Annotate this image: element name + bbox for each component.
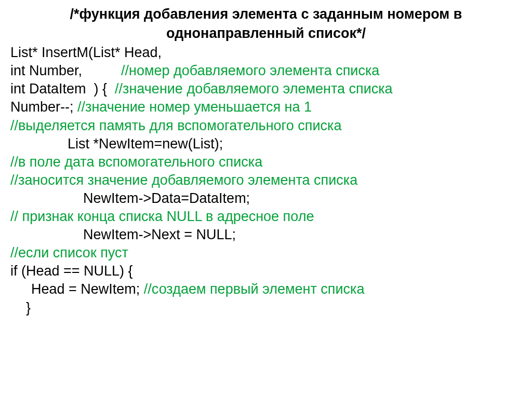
code-line-4: Number--; //значение номер уменьшается н… xyxy=(10,98,522,116)
comment-text: //создаем первый элемент списка xyxy=(144,281,365,297)
comment-line-8: //заносится значение добавляемого элемен… xyxy=(10,171,522,189)
comment-line-7: //в поле дата вспомогательного списка xyxy=(10,153,522,171)
comment-line-10: // признак конца списка NULL в адресное … xyxy=(10,208,522,226)
code-line-2: int Number, //номер добавляемого элемент… xyxy=(10,62,522,80)
comment-title-line2: однонаправленный список*/ xyxy=(10,24,522,43)
code-line-9: NewItem->Data=DataItem; xyxy=(10,189,522,208)
code-text: int DataItem ) { xyxy=(10,81,115,97)
comment-text: //номер добавляемого элемента списка xyxy=(121,63,379,78)
comment-text: //значение добавляемого элемента списка xyxy=(115,81,393,97)
code-text: Head = NewItem; xyxy=(31,281,144,297)
code-text: Number--; xyxy=(10,99,77,115)
code-line-14: Head = NewItem; //создаем первый элемент… xyxy=(10,280,522,298)
code-block: List* InsertM(List* Head, int Number, //… xyxy=(10,44,522,317)
code-line-3: int DataItem ) { //значение добавляемого… xyxy=(10,80,522,98)
code-line-13: if (Head == NULL) { xyxy=(10,262,522,280)
code-line-1: List* InsertM(List* Head, xyxy=(10,44,522,62)
comment-text: //значение номер уменьшается на 1 xyxy=(77,99,312,115)
comment-title-line1: /*функция добавления элемента с заданным… xyxy=(10,5,522,23)
code-text: int Number, xyxy=(10,63,121,78)
code-line-6: List *NewItem=new(List); xyxy=(10,135,522,153)
comment-line-5: //выделяется память для вспомогательного… xyxy=(10,117,522,135)
code-line-15: } xyxy=(10,299,522,317)
code-line-11: NewItem->Next = NULL; xyxy=(10,226,522,244)
comment-line-12: //если список пуст xyxy=(10,244,522,262)
